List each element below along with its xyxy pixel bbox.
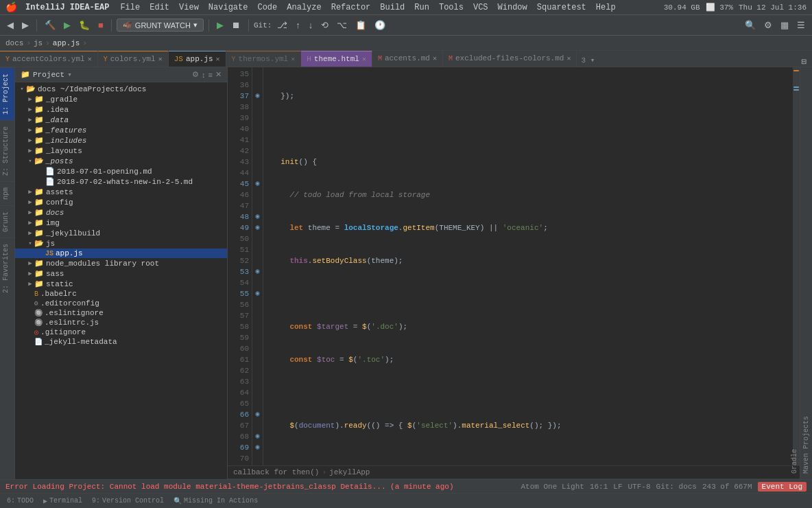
tree-sass[interactable]: ▶ 📁 sass	[15, 268, 227, 279]
project-dropdown[interactable]: ▾	[67, 70, 72, 79]
toolbar-back[interactable]: ◀	[4, 19, 16, 32]
toolbar-stop[interactable]: ■	[95, 19, 106, 32]
git-fetch[interactable]: ⎇	[274, 19, 290, 32]
side-tab-grunt[interactable]: Grunt	[0, 205, 14, 238]
toolbar-build[interactable]: 🔨	[42, 19, 58, 32]
menu-window[interactable]: Window	[498, 3, 527, 12]
toolbar-stop2[interactable]: ⏹	[229, 19, 243, 32]
tree-post1[interactable]: 📄 2018-07-01-opening.md	[15, 166, 227, 176]
menu-analyze[interactable]: Analyze	[287, 3, 321, 12]
bottom-tab-missing[interactable]: 🔍 Missing In Actions	[169, 496, 262, 507]
tree-root[interactable]: ▾ 📂 docs ~/IdeaProjects/docs	[15, 84, 227, 94]
tab-close-thermos[interactable]: ✕	[291, 55, 295, 63]
tree-static[interactable]: ▶ 📁 static	[15, 279, 227, 289]
breadcrumb-callback[interactable]: callback for then()	[233, 468, 319, 476]
breadcrumb-jekyllapp[interactable]: jekyllApp	[329, 468, 370, 476]
menu-navigate[interactable]: Navigate	[208, 3, 248, 12]
git-branches[interactable]: ⌥	[334, 19, 350, 32]
tab-excludedfiles[interactable]: M excluded-files-colors.md ✕	[443, 51, 577, 67]
tree-nodemodules[interactable]: ▶ 📁 node_modules library root	[15, 258, 227, 268]
side-tab-favorites[interactable]: 2: Favorites	[0, 238, 14, 299]
project-expand-btn[interactable]: ↕	[202, 70, 206, 79]
maven-tab-maven[interactable]: Maven Projects	[800, 67, 812, 479]
bottom-tab-vcs[interactable]: 9: Version Control	[88, 496, 168, 506]
tree-layouts[interactable]: ▶ 📁 _layouts	[15, 146, 227, 156]
git-history[interactable]: 🕐	[372, 19, 388, 32]
menu-code[interactable]: Code	[257, 3, 277, 12]
tree-eslintrc[interactable]: 🔘 .eslintrc.js	[15, 318, 227, 327]
tree-gradle[interactable]: ▶ 📁 _gradle	[15, 94, 227, 104]
bottom-tab-terminal[interactable]: ▶ Terminal	[39, 496, 86, 507]
menu-view[interactable]: View	[179, 3, 199, 12]
tree-config[interactable]: ▶ 📁 config	[15, 197, 227, 207]
tree-includes[interactable]: ▶ 📁 _includes	[15, 135, 227, 146]
toolbar-layout[interactable]: ▦	[778, 19, 791, 32]
tab-close-appjs[interactable]: ✕	[216, 55, 220, 63]
git-revert[interactable]: ⟲	[318, 19, 331, 32]
toolbar-debug[interactable]: 🐛	[76, 19, 93, 32]
menu-refactor[interactable]: Refactor	[331, 3, 371, 12]
tree-post2[interactable]: 📄 2018-07-02-whats-new-in-2-5.md	[15, 176, 227, 187]
tab-colors[interactable]: Y colors.yml ✕	[98, 51, 169, 67]
tab-overflow[interactable]: 3 ▾	[577, 54, 599, 67]
grunt-watch-button[interactable]: 🐗 GRUNT WATCH ▾	[117, 19, 204, 32]
breadcrumb-appjs[interactable]: app.js	[53, 39, 80, 47]
tab-appjs[interactable]: JS app.js ✕	[169, 51, 226, 67]
tree-appjs[interactable]: JS app.js	[15, 249, 227, 258]
tree-img[interactable]: ▶ 📁 img	[15, 218, 227, 228]
event-log-btn[interactable]: Event Log	[758, 482, 807, 492]
toolbar-run[interactable]: ▶	[61, 19, 73, 32]
status-position[interactable]: 16:1	[590, 483, 608, 491]
tab-accentcolors[interactable]: Y accentColors.yml ✕	[0, 51, 98, 67]
project-options-btn[interactable]: ≡	[208, 70, 213, 79]
bottom-tab-todo[interactable]: 6: TODO	[3, 496, 38, 506]
maven-tab-gradle[interactable]: Gradle	[789, 67, 800, 479]
tab-close-themehtml[interactable]: ✕	[362, 55, 366, 63]
tree-assets[interactable]: ▶ 📁 assets	[15, 187, 227, 197]
side-tab-npm[interactable]: npm	[0, 181, 14, 205]
project-settings-btn[interactable]: ⚙	[192, 70, 199, 79]
menu-squaretest[interactable]: Squaretest	[537, 3, 586, 12]
toolbar-search[interactable]: 🔍	[742, 19, 759, 32]
menu-run[interactable]: Run	[414, 3, 429, 12]
git-pull[interactable]: ↓	[306, 19, 316, 32]
side-tab-structure[interactable]: Z: Structure	[0, 120, 14, 181]
menu-build[interactable]: Build	[380, 3, 405, 12]
tree-docs-folder[interactable]: ▶ 📁 docs	[15, 207, 227, 218]
toolbar-more[interactable]: ☰	[794, 19, 808, 32]
tree-jekyllbuild[interactable]: ▶ 📁 _jekyllbuild	[15, 228, 227, 238]
code-editor[interactable]: 35 36 37 38 39 40 41 42 43 44 45 46 47 4…	[228, 67, 800, 465]
toolbar-settings[interactable]: ⚙	[761, 19, 775, 32]
breadcrumb-docs[interactable]: docs	[5, 39, 23, 47]
menu-vcs[interactable]: VCS	[473, 3, 488, 12]
menu-tools[interactable]: Tools	[439, 3, 464, 12]
tab-themehtml[interactable]: H theme.html ✕	[301, 51, 372, 67]
status-lineending[interactable]: LF	[613, 483, 622, 491]
tab-thermos[interactable]: Y thermos.yml ✕	[226, 51, 302, 67]
code-content[interactable]: }); init() { // todo load from local sto…	[263, 67, 793, 465]
menu-help[interactable]: Help	[596, 3, 616, 12]
tree-babelrc[interactable]: B .babelrc	[15, 289, 227, 299]
menu-file[interactable]: File	[120, 3, 140, 12]
tree-idea[interactable]: ▶ 📁 .idea	[15, 104, 227, 115]
tree-editorconfig[interactable]: ⚙ .editorconfig	[15, 299, 227, 308]
toolbar-run2[interactable]: ▶	[214, 19, 226, 32]
tab-close-accents[interactable]: ✕	[433, 54, 437, 62]
tab-close-colors[interactable]: ✕	[158, 55, 163, 63]
tab-close-excludedfiles[interactable]: ✕	[566, 54, 571, 62]
tab-accents[interactable]: M accents.md ✕	[372, 51, 443, 67]
toolbar-forward[interactable]: ▶	[19, 19, 32, 32]
tree-posts[interactable]: ▾ 📂 _posts	[15, 156, 227, 166]
tree-jekyllmeta[interactable]: 📄 _jekyll-metadata	[15, 337, 227, 347]
project-close-btn[interactable]: ✕	[215, 70, 222, 79]
breadcrumb-js[interactable]: js	[34, 39, 43, 47]
tree-js[interactable]: ▾ 📂 js	[15, 238, 227, 249]
tree-gitignore[interactable]: ◎ .gitignore	[15, 327, 227, 337]
tree-data[interactable]: ▶ 📁 _data	[15, 115, 227, 125]
tree-features[interactable]: ▶ 📁 _features	[15, 125, 227, 135]
tab-close-accentcolors[interactable]: ✕	[88, 55, 92, 63]
git-push[interactable]: ↑	[293, 19, 303, 32]
tree-eslintignore[interactable]: 🔘 .eslintignore	[15, 308, 227, 318]
editor-settings-btn[interactable]: ⊟	[798, 56, 809, 67]
status-encoding[interactable]: UTF-8	[628, 483, 651, 491]
